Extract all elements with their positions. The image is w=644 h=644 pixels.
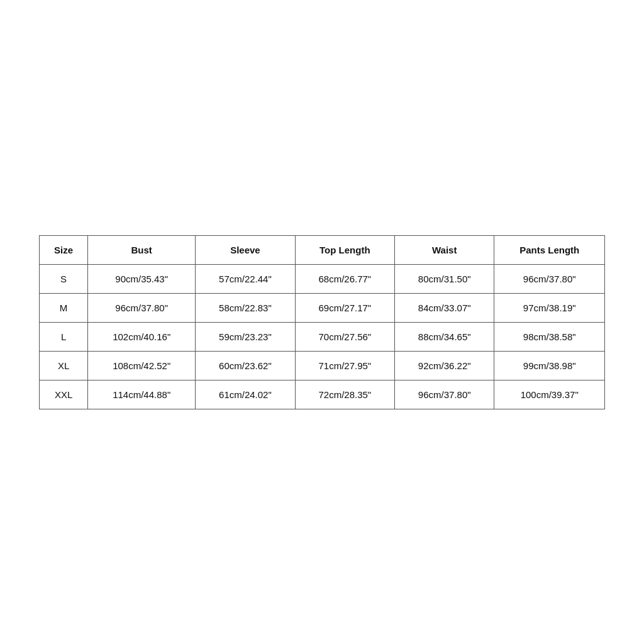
cell-top_length-4: 72cm/28.35": [295, 380, 394, 409]
size-chart-table: Size Bust Sleeve Top Length Waist Pants …: [39, 235, 605, 409]
cell-waist-2: 88cm/34.65": [395, 322, 494, 351]
cell-bust-4: 114cm/44.88": [88, 380, 196, 409]
header-sleeve: Sleeve: [196, 235, 295, 264]
table-row: S90cm/35.43"57cm/22.44"68cm/26.77"80cm/3…: [40, 264, 605, 293]
header-top-length: Top Length: [295, 235, 394, 264]
cell-size-4: XXL: [40, 380, 88, 409]
cell-pants_length-3: 99cm/38.98": [494, 351, 605, 380]
cell-bust-0: 90cm/35.43": [88, 264, 196, 293]
cell-pants_length-4: 100cm/39.37": [494, 380, 605, 409]
table-row: XXL114cm/44.88"61cm/24.02"72cm/28.35"96c…: [40, 380, 605, 409]
cell-bust-1: 96cm/37.80": [88, 293, 196, 322]
cell-bust-2: 102cm/40.16": [88, 322, 196, 351]
cell-top_length-0: 68cm/26.77": [295, 264, 394, 293]
table-row: XL108cm/42.52"60cm/23.62"71cm/27.95"92cm…: [40, 351, 605, 380]
cell-waist-1: 84cm/33.07": [395, 293, 494, 322]
cell-waist-4: 96cm/37.80": [395, 380, 494, 409]
cell-pants_length-1: 97cm/38.19": [494, 293, 605, 322]
table-row: M96cm/37.80"58cm/22.83"69cm/27.17"84cm/3…: [40, 293, 605, 322]
cell-waist-3: 92cm/36.22": [395, 351, 494, 380]
cell-bust-3: 108cm/42.52": [88, 351, 196, 380]
size-chart-container: Size Bust Sleeve Top Length Waist Pants …: [39, 235, 605, 409]
cell-top_length-3: 71cm/27.95": [295, 351, 394, 380]
header-pants-length: Pants Length: [494, 235, 605, 264]
cell-top_length-2: 70cm/27.56": [295, 322, 394, 351]
cell-size-2: L: [40, 322, 88, 351]
cell-pants_length-2: 98cm/38.58": [494, 322, 605, 351]
table-row: L102cm/40.16"59cm/23.23"70cm/27.56"88cm/…: [40, 322, 605, 351]
cell-sleeve-0: 57cm/22.44": [196, 264, 295, 293]
header-size: Size: [40, 235, 88, 264]
cell-size-1: M: [40, 293, 88, 322]
header-waist: Waist: [395, 235, 494, 264]
cell-pants_length-0: 96cm/37.80": [494, 264, 605, 293]
cell-sleeve-1: 58cm/22.83": [196, 293, 295, 322]
cell-sleeve-2: 59cm/23.23": [196, 322, 295, 351]
table-header-row: Size Bust Sleeve Top Length Waist Pants …: [40, 235, 605, 264]
cell-waist-0: 80cm/31.50": [395, 264, 494, 293]
header-bust: Bust: [88, 235, 196, 264]
cell-sleeve-3: 60cm/23.62": [196, 351, 295, 380]
cell-size-3: XL: [40, 351, 88, 380]
cell-top_length-1: 69cm/27.17": [295, 293, 394, 322]
cell-sleeve-4: 61cm/24.02": [196, 380, 295, 409]
cell-size-0: S: [40, 264, 88, 293]
